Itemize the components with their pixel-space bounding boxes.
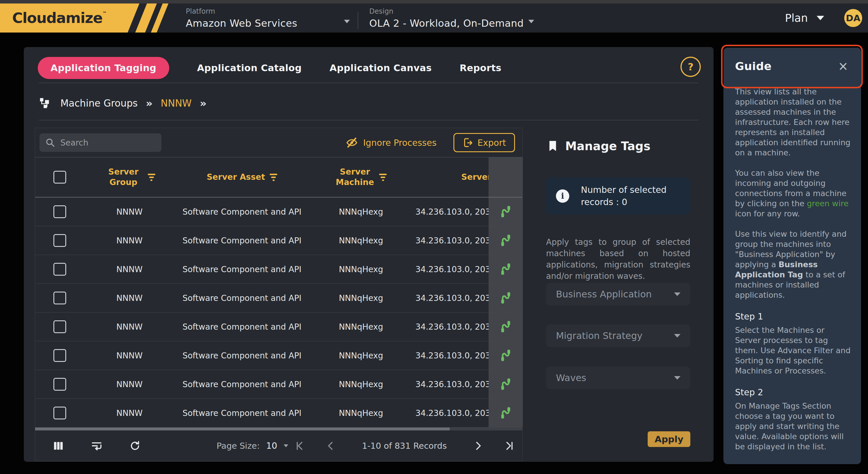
row-checkbox[interactable] <box>54 234 66 247</box>
page-size-value[interactable]: 10 <box>266 441 277 451</box>
filter-icon[interactable] <box>270 174 277 181</box>
row-checkbox[interactable] <box>54 407 66 419</box>
breadcrumb-current-group[interactable]: NNNW <box>161 97 192 109</box>
export-label: Export <box>477 138 506 148</box>
logo-trademark: ™ <box>102 11 107 16</box>
tab-application-tagging[interactable]: Application Tagging <box>38 57 169 79</box>
green-wire-icon[interactable] <box>499 348 513 363</box>
column-label: Server Asset <box>207 172 265 182</box>
green-wire-icon[interactable] <box>499 377 513 391</box>
breadcrumb-separator: » <box>200 97 207 109</box>
cell-server-ips: 34.236.103.0, 203.24 <box>412 313 489 341</box>
refresh-icon[interactable] <box>129 439 142 452</box>
cloudamize-logo[interactable]: Cloudamize™ <box>0 3 177 32</box>
filter-icon[interactable] <box>379 174 387 181</box>
filter-icon[interactable] <box>148 174 155 181</box>
cell-server-group: NNNW <box>85 198 175 226</box>
apply-button[interactable]: Apply <box>648 431 690 447</box>
export-button[interactable]: Export <box>454 133 515 152</box>
table-row[interactable]: NNNW Software Component and API NNNqHexg… <box>35 255 522 284</box>
first-page-button[interactable] <box>293 439 306 452</box>
select-all-checkbox[interactable] <box>54 171 66 183</box>
design-selector[interactable]: Design OLA 2 - Workload, On-Demand <box>369 7 524 29</box>
tab-reports[interactable]: Reports <box>460 62 501 73</box>
table-row[interactable]: NNNW Software Component and API NNNqHexg… <box>35 341 522 370</box>
green-wire-icon[interactable] <box>499 262 513 276</box>
cell-server-machine: NNNqHexg <box>309 198 412 226</box>
table-row[interactable]: NNNW Software Component and API NNNqHexg… <box>35 370 522 399</box>
row-checkbox[interactable] <box>54 263 66 276</box>
platform-selector[interactable]: Platform Amazon Web Services <box>186 7 297 29</box>
column-server-group: Server Group <box>85 157 175 197</box>
guide-step1-title: Step 1 <box>735 310 850 323</box>
row-checkbox[interactable] <box>54 292 66 304</box>
guide-title: Guide <box>735 60 772 72</box>
row-checkbox[interactable] <box>54 378 66 391</box>
last-page-button[interactable] <box>503 439 516 452</box>
guide-step2-title: Step 2 <box>735 386 850 398</box>
columns-icon[interactable] <box>52 439 65 452</box>
cell-server-machine: NNNqHexg <box>309 226 412 255</box>
migration-strategy-dropdown[interactable]: Migration Strategy <box>546 324 690 347</box>
row-checkbox[interactable] <box>54 205 66 218</box>
advanced-sort-icon[interactable] <box>90 439 103 452</box>
breadcrumb-machine-groups[interactable]: Machine Groups <box>60 97 137 109</box>
search-input[interactable] <box>60 138 156 148</box>
ignore-processes-label: Ignore Processes <box>363 138 437 148</box>
chevron-down-icon[interactable] <box>284 444 288 447</box>
eye-off-icon <box>346 137 358 149</box>
cell-server-asset: Software Component and API <box>175 284 309 312</box>
scrollbar-thumb[interactable] <box>35 427 450 431</box>
guide-text: icon for any row. <box>735 209 800 218</box>
dropdown-label: Waves <box>556 372 586 383</box>
selected-records-text: Number of selected records : 0 <box>581 184 680 208</box>
green-wire-icon[interactable] <box>499 233 513 248</box>
row-checkbox[interactable] <box>54 320 66 333</box>
table-body: NNNW Software Component and API NNNqHexg… <box>35 198 522 427</box>
avatar[interactable]: DA <box>844 9 862 27</box>
applications-table: Ignore Processes Export Server Group <box>35 128 523 461</box>
prev-page-button[interactable] <box>324 439 337 452</box>
search-icon <box>45 138 55 148</box>
plan-menu[interactable]: Plan <box>785 12 824 24</box>
help-button[interactable]: ? <box>680 57 701 77</box>
tab-application-catalog[interactable]: Application Catalog <box>197 62 302 73</box>
guide-header: Guide × <box>723 48 861 85</box>
waves-dropdown[interactable]: Waves <box>546 366 690 389</box>
guide-paragraph-3: Use this view to identify and group the … <box>735 229 850 300</box>
info-icon: i <box>556 189 569 203</box>
column-label: Server Group <box>104 167 143 188</box>
green-wire-icon[interactable] <box>499 205 513 219</box>
cell-server-ips: 34.236.103.0, 203.24 <box>412 284 489 312</box>
green-wire-icon[interactable] <box>499 291 513 305</box>
chevron-down-icon[interactable] <box>528 20 534 23</box>
cell-server-ips: 34.236.103.0, 203.24 <box>412 198 489 226</box>
guide-paragraph-1: This view lists all the application inst… <box>735 87 850 158</box>
cell-server-asset: Software Component and API <box>175 198 309 226</box>
table-row[interactable]: NNNW Software Component and API NNNqHexg… <box>35 399 522 427</box>
cell-server-asset: Software Component and API <box>175 399 309 427</box>
divider <box>39 120 699 120</box>
close-icon[interactable]: × <box>838 60 848 72</box>
next-page-button[interactable] <box>472 439 485 452</box>
tab-application-canvas[interactable]: Application Canvas <box>330 62 432 73</box>
green-wire-icon[interactable] <box>499 320 513 334</box>
green-wire-icon[interactable] <box>499 406 513 420</box>
table-row[interactable]: NNNW Software Component and API NNNqHexg… <box>35 198 522 226</box>
business-application-dropdown[interactable]: Business Application <box>546 283 690 305</box>
chevron-down-icon[interactable] <box>344 20 350 23</box>
search-box[interactable] <box>39 133 161 152</box>
chevron-down-icon <box>817 16 824 20</box>
cell-server-group: NNNW <box>85 284 175 312</box>
table-header-row: Server Group Server Asset Server Machine… <box>35 157 522 198</box>
export-icon <box>462 137 473 148</box>
cell-server-asset: Software Component and API <box>175 226 309 255</box>
table-row[interactable]: NNNW Software Component and API NNNqHexg… <box>35 313 522 341</box>
ignore-processes-button[interactable]: Ignore Processes <box>346 137 437 149</box>
row-checkbox[interactable] <box>54 349 66 362</box>
manage-tags-title: Manage Tags <box>548 140 651 153</box>
horizontal-scrollbar[interactable] <box>35 427 522 431</box>
table-row[interactable]: NNNW Software Component and API NNNqHexg… <box>35 284 522 313</box>
guide-body: This view lists all the application inst… <box>723 85 861 452</box>
table-row[interactable]: NNNW Software Component and API NNNqHexg… <box>35 226 522 255</box>
